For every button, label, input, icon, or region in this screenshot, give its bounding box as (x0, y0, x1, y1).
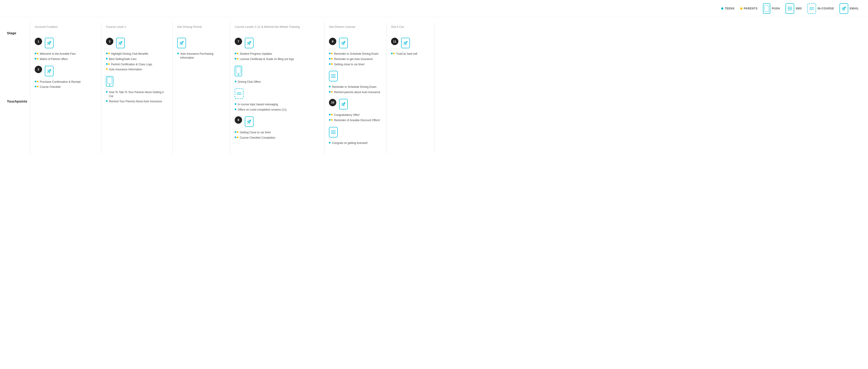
touchpoints-label: Touchpoints (7, 99, 30, 103)
list-item-text: Reminder to Schedule Driving Exam (334, 52, 378, 56)
list-item: Getting Close to car time! (235, 131, 319, 134)
touchpoint-row-course-levels-1 (235, 66, 319, 76)
push-touchpoint-icon (235, 66, 242, 76)
bullet-dots (329, 142, 331, 144)
list-item-text: Auto Insurance Purchasing Information (180, 52, 225, 60)
bullet-dots (235, 81, 236, 82)
touchpoint-number-7: 7 (235, 38, 242, 45)
bullet-dots (329, 114, 333, 115)
list-item: Reminder to Schedule Driving Exam (329, 52, 381, 56)
touchpoint-row-get-drivers-license-1 (329, 71, 381, 82)
cyan-dot (106, 91, 107, 93)
cyan-dot (329, 114, 331, 115)
list-item: Purchase Confirmation & Receipt (35, 80, 97, 84)
bullet-dots (391, 53, 395, 54)
touchpoint-number-9: 9 (329, 38, 336, 45)
yellow-dot (331, 91, 333, 93)
bullet-dots (35, 81, 38, 82)
bullet-list-get-drivers-license-3: Congrats on getting licensed! (329, 141, 381, 145)
list-item: Highlight Driving Club Benefits (106, 52, 168, 56)
email-touchpoint-icon (339, 99, 348, 110)
list-item: In course topic based messaging (235, 102, 319, 106)
list-item: Offers on Level completion screens (11) (235, 108, 319, 112)
yellow-dot (37, 53, 38, 54)
list-item: Auto Insurance Information (106, 68, 168, 71)
section-spacer (235, 140, 319, 144)
bullet-list-get-drivers-license-2: Congratulatory Offer! Reminder of Aceabl… (329, 113, 381, 122)
yellow-dot (108, 63, 110, 65)
touchpoint-number-10: 10 (329, 99, 336, 106)
list-item: Congratulatory Offer! (329, 113, 381, 117)
stage-col-course-level-1: Course Level 13 Highlight Driving Club B… (101, 22, 173, 154)
list-item-text: In course topic based messaging (238, 102, 278, 106)
paper-plane-icon (341, 102, 346, 106)
touchpoint-row-course-levels-3: 8 (235, 116, 319, 127)
email-label: EMAIL (849, 7, 859, 10)
bullet-dots (106, 53, 110, 54)
bullet-list-get-drivers-license-1: Reminder to Schedule Driving Exam Remind… (329, 85, 381, 94)
bullet-list-course-levels-0: Student Progress Updates License Certifi… (235, 52, 319, 61)
touchpoint-row-get-driving-permit-0 (177, 38, 225, 48)
list-item-text: Offers on Level completion screens (11) (238, 108, 287, 112)
cyan-dot (235, 136, 236, 138)
list-item-text: How To Talk To Your Parents About Gettin… (109, 90, 168, 98)
teens-label: TEENS (725, 7, 735, 10)
in-course-line-2 (809, 9, 814, 9)
sms-touchpoint-icon (329, 71, 338, 82)
touchpoint-group-get-a-car: 11 TrueCar hard sell (391, 38, 430, 60)
stage-col-get-driving-permit: Get Driving Permit Auto Insurance Purcha… (173, 22, 230, 154)
list-item-text: Getting Close to car time! (240, 131, 271, 134)
list-item-text: Highlight Driving Club Benefits (111, 52, 148, 56)
list-item-text: Remind parents about Auto Insurance (334, 90, 380, 94)
bullet-dots (235, 136, 238, 138)
bullet-dots (329, 63, 333, 65)
sms-line-icon-1 (331, 74, 336, 75)
email-touchpoint-icon (45, 38, 54, 48)
list-item: Course Checklist (35, 85, 97, 89)
email-touchpoint-icon (116, 38, 125, 48)
yellow-dot (331, 58, 333, 60)
bullet-dots (106, 68, 107, 70)
section-spacer (106, 71, 168, 76)
cyan-dot (329, 91, 331, 93)
sms-icon (785, 3, 794, 14)
cyan-dot (35, 81, 36, 82)
touchpoint-number-3: 3 (106, 38, 113, 45)
touchpoint-number-2: 2 (35, 66, 42, 73)
section-spacer (329, 66, 381, 71)
bullet-dots (235, 53, 238, 54)
stage-header-course-levels: Course Levels 2-12 & Behind-the-Wheel Tr… (235, 22, 319, 33)
yellow-dot (37, 86, 38, 87)
email-touchpoint-icon (401, 38, 410, 48)
paper-plane-icon (47, 41, 52, 45)
bullet-list-account-creation-1: Purchase Confirmation & Receipt Course C… (35, 80, 97, 89)
bullet-dots (35, 58, 38, 60)
stage-col-course-levels: Course Levels 2-12 & Behind-the-Wheel Tr… (230, 22, 324, 154)
bullet-list-course-levels-3: Getting Close to car time! Course Checkl… (235, 131, 319, 140)
parents-label: PARENTS (744, 7, 758, 10)
list-item-text: Reminder of Aceable Discount Offers! (334, 118, 380, 122)
phone-screen-icon (236, 67, 241, 73)
paper-plane-icon (403, 41, 408, 45)
teens-dot (721, 7, 723, 10)
sms-line-1 (787, 7, 792, 7)
list-item-text: Student Progress Updates (240, 52, 272, 56)
stages-container: Account Creation1 Welcome to the Aceable… (30, 22, 868, 154)
email-touchpoint-icon (177, 38, 186, 48)
touchpoint-row-course-levels-0: 7 (235, 38, 319, 48)
list-item-text: Reminder to get Auto Insurance (334, 57, 373, 61)
section-spacer (35, 61, 97, 66)
email-touchpoint-icon (45, 66, 54, 76)
legend-sms: SMS (785, 3, 802, 14)
legend-parents: PARENTS (740, 7, 758, 10)
cyan-dot (235, 58, 236, 60)
touchpoint-row-get-drivers-license-2: 10 (329, 99, 381, 110)
list-item: Reminder to get Auto Insurance (329, 57, 381, 61)
list-item: Best Selling/Safe Cars (106, 57, 168, 61)
in-course-line-icon-2 (237, 94, 241, 94)
sms-line-icon-3 (331, 133, 336, 134)
legend-email: EMAIL (839, 3, 859, 14)
list-item-text: Pertmit Certification & Class Logs (111, 63, 152, 66)
bullet-list-course-levels-1: Driving Club Offers (235, 80, 319, 84)
list-item: Getting close to car time! (329, 63, 381, 66)
